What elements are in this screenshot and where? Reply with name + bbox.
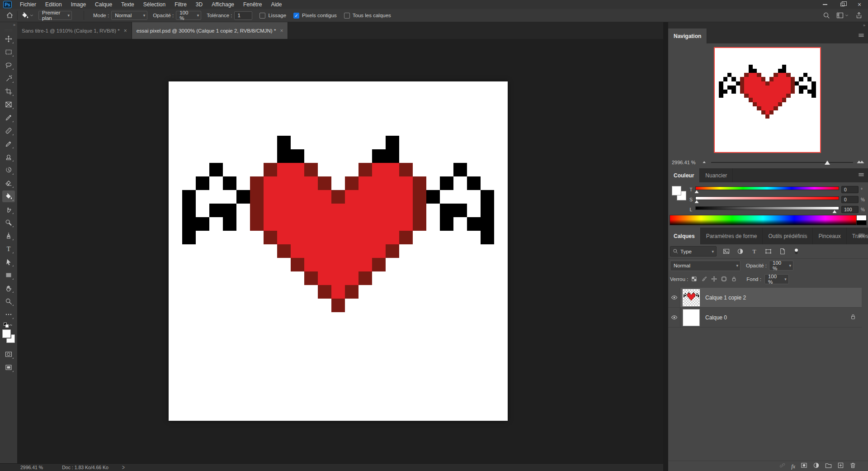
mode-select[interactable]: Normal ▾	[111, 11, 147, 20]
menu-item-texte[interactable]: Texte	[117, 0, 139, 9]
checkbox-lissage[interactable]: Lissage	[259, 13, 286, 19]
layer-row[interactable]: Calque 1 copie 2	[668, 288, 868, 308]
layer-thumbnail[interactable]	[683, 289, 700, 306]
layer-thumbnail[interactable]	[683, 309, 700, 326]
minimize-button[interactable]	[816, 0, 834, 9]
pencil-tool[interactable]	[2, 138, 15, 150]
slider-thumb[interactable]	[695, 200, 699, 203]
blend-mode-select[interactable]: Normal ▾	[670, 261, 741, 271]
hand-tool[interactable]	[2, 282, 15, 294]
navigator-zoom-value[interactable]: 2996.41 %	[672, 160, 698, 165]
tool-preset-button[interactable]	[21, 12, 34, 19]
new-layer-icon[interactable]	[837, 462, 844, 471]
type-tool[interactable]: T	[2, 243, 15, 255]
adjustment-layer-icon[interactable]	[813, 462, 820, 471]
panel-menu-icon[interactable]	[858, 171, 864, 180]
text-filter-icon[interactable]: T	[749, 247, 760, 257]
workspace-icon[interactable]	[836, 12, 849, 19]
image-filter-icon[interactable]	[721, 247, 731, 257]
move-tool[interactable]	[2, 33, 15, 45]
status-doc-info[interactable]: Doc : 1.83 Ko/4.66 Ko	[62, 465, 108, 470]
pen-tool[interactable]	[2, 230, 15, 242]
close-button[interactable]: ×	[851, 0, 868, 9]
document-canvas[interactable]	[169, 81, 508, 421]
layer-visibility-toggle[interactable]	[668, 308, 680, 328]
menu-item-image[interactable]: Image	[66, 0, 90, 9]
eyedropper-tool[interactable]	[2, 112, 15, 124]
close-icon[interactable]: ×	[124, 28, 127, 34]
menu-item-calque[interactable]: Calque	[90, 0, 117, 9]
zoom-slider-thumb[interactable]	[825, 161, 830, 165]
menu-item-affichage[interactable]: Affichage	[207, 0, 239, 9]
share-icon[interactable]	[855, 12, 863, 19]
checkbox-pixels-contigus[interactable]: ✓Pixels contigus	[293, 13, 337, 19]
color-ramp-bw[interactable]	[856, 215, 866, 225]
quick-mask-button[interactable]	[2, 348, 15, 360]
magic-wand-tool[interactable]	[2, 72, 15, 84]
tab-calques[interactable]: Calques	[668, 228, 701, 244]
slider-thumb[interactable]	[695, 190, 699, 193]
layer-row[interactable]: Calque 0	[668, 308, 868, 328]
status-chevron-icon[interactable]: >	[122, 464, 125, 471]
restore-button[interactable]	[834, 0, 851, 9]
healing-brush-tool[interactable]	[2, 125, 15, 137]
zoom-tool[interactable]	[2, 295, 15, 307]
layer-visibility-toggle[interactable]	[668, 288, 680, 308]
black-swatch[interactable]	[857, 220, 866, 225]
smart-object-filter-icon[interactable]	[777, 247, 788, 257]
foreground-color-swatch[interactable]	[672, 186, 681, 195]
default-colors-control[interactable]	[3, 322, 14, 328]
smudge-tool[interactable]	[2, 204, 15, 215]
tab-outils-predefinis[interactable]: Outils prédéfinis	[763, 228, 813, 244]
lock-paint-icon[interactable]	[701, 276, 707, 283]
white-swatch[interactable]	[857, 215, 866, 220]
slider-value[interactable]: 0	[841, 196, 859, 203]
dodge-tool[interactable]	[2, 217, 15, 228]
shape-filter-icon[interactable]	[763, 247, 774, 257]
screen-mode-button[interactable]	[2, 362, 15, 373]
tab-traces[interactable]: Tracés	[847, 228, 868, 244]
tab-couleur[interactable]: Couleur	[668, 168, 700, 182]
search-icon[interactable]	[823, 12, 830, 19]
lock-transparency-icon[interactable]	[691, 276, 697, 283]
lock-artboard-icon[interactable]	[721, 276, 727, 283]
lock-all-icon[interactable]	[731, 276, 737, 283]
lock-position-icon[interactable]	[711, 276, 717, 283]
fill-select[interactable]: 100 % ▾	[764, 274, 789, 284]
document-tab[interactable]: essai pixel.psd @ 3000% (Calque 1 copie …	[132, 22, 288, 39]
layer-row-body[interactable]: Calque 0	[680, 308, 862, 328]
menu-item-3d[interactable]: 3D	[191, 0, 207, 9]
panel-menu-icon[interactable]	[858, 232, 864, 240]
paint-bucket-tool[interactable]	[2, 190, 15, 202]
menu-item-filtre[interactable]: Filtre	[170, 0, 191, 9]
layer-effects-icon[interactable]: fx	[791, 462, 795, 470]
home-icon[interactable]	[6, 11, 14, 20]
close-icon[interactable]: ×	[280, 28, 283, 34]
menu-item-selection[interactable]: Sélection	[139, 0, 170, 9]
slider-value[interactable]: 0	[841, 186, 859, 193]
slider-value[interactable]: 100	[841, 206, 859, 213]
layer-row-body[interactable]: Calque 1 copie 2	[680, 288, 862, 308]
toolbar-expand-icon[interactable]: »	[13, 22, 17, 28]
foreground-color-swatch[interactable]	[2, 329, 11, 338]
slider-track[interactable]	[695, 186, 839, 193]
layer-filter-type-select[interactable]: Type ▾	[670, 246, 717, 257]
panel-menu-icon[interactable]	[858, 32, 864, 40]
menu-item-edition[interactable]: Edition	[41, 0, 66, 9]
toolbar-grip[interactable]: ::::::	[5, 29, 13, 31]
color-ramp-gradient[interactable]	[670, 215, 856, 225]
slider-thumb[interactable]	[833, 210, 837, 213]
tab-nuancier[interactable]: Nuancier	[700, 168, 733, 182]
collapse-panels-icon[interactable]: »	[863, 23, 865, 28]
menu-item-aide[interactable]: Aide	[266, 0, 286, 9]
crop-tool[interactable]	[2, 86, 15, 97]
zoom-in-icon[interactable]	[857, 157, 864, 167]
rectangular-marquee-tool[interactable]	[2, 46, 15, 58]
slider-track[interactable]	[695, 196, 839, 203]
canvas-viewport[interactable]	[17, 39, 663, 463]
document-tab[interactable]: Sans titre-1 @ 1910% (Calque 1, RVB/8) *…	[17, 22, 132, 39]
checkbox-box[interactable]	[344, 13, 350, 19]
delete-layer-icon[interactable]	[849, 462, 856, 471]
history-brush-tool[interactable]	[2, 164, 15, 176]
navigator-zoom-slider[interactable]	[711, 162, 853, 163]
